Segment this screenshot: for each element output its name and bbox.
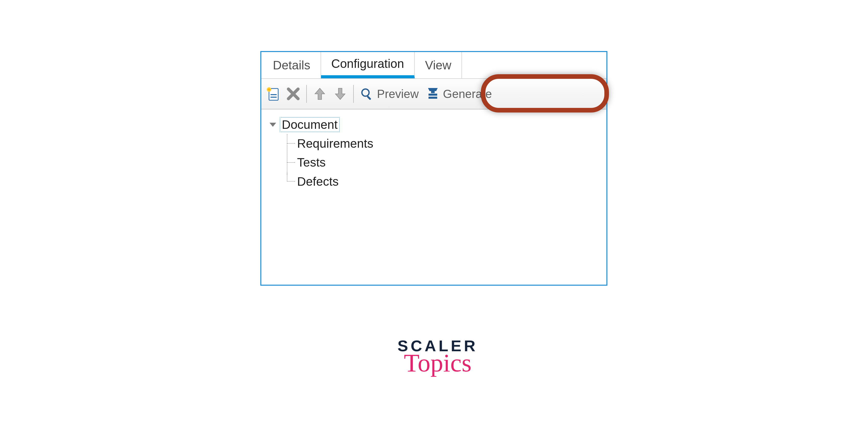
tab-bar: Details Configuration View	[261, 52, 607, 79]
tree-item-tests[interactable]: Tests	[287, 153, 599, 172]
highlight-annotation	[481, 74, 609, 112]
svg-point-4	[362, 89, 369, 96]
tree-item-requirements[interactable]: Requirements	[287, 134, 599, 153]
generate-icon	[427, 87, 439, 101]
svg-rect-1	[271, 94, 277, 95]
arrow-up-icon	[314, 87, 326, 101]
tree-root-label: Document	[280, 117, 340, 132]
svg-rect-2	[271, 97, 277, 98]
toolbar: Preview Generate	[261, 79, 607, 109]
tree-root[interactable]: Document	[269, 117, 599, 132]
document-tree: Document Requirements Tests Defects	[261, 109, 607, 285]
tree-children: Requirements Tests Defects	[287, 134, 599, 191]
preview-button[interactable]: Preview	[358, 85, 422, 103]
arrow-down-icon	[334, 87, 346, 101]
generate-label: Generate	[443, 87, 492, 101]
svg-rect-5	[367, 96, 371, 100]
tree-item-defects[interactable]: Defects	[287, 172, 599, 191]
svg-rect-8	[429, 97, 437, 99]
delete-button[interactable]	[284, 85, 302, 103]
tab-details[interactable]: Details	[262, 52, 321, 78]
move-up-button[interactable]	[311, 85, 329, 103]
configuration-panel: Details Configuration View	[260, 51, 608, 286]
new-button[interactable]	[264, 85, 282, 103]
new-document-icon	[266, 87, 280, 101]
svg-rect-7	[429, 94, 437, 96]
toolbar-separator	[353, 85, 354, 103]
move-down-button[interactable]	[331, 85, 349, 103]
svg-rect-6	[431, 91, 435, 93]
magnifier-icon	[360, 88, 373, 100]
tab-view[interactable]: View	[415, 52, 462, 78]
expand-collapse-icon[interactable]	[269, 122, 277, 128]
scaler-topics-logo: SCALER Topics	[383, 337, 493, 376]
preview-label: Preview	[377, 87, 419, 101]
tab-configuration[interactable]: Configuration	[321, 52, 415, 78]
generate-button[interactable]: Generate	[424, 85, 495, 103]
toolbar-separator	[306, 85, 307, 103]
delete-x-icon	[287, 88, 300, 100]
